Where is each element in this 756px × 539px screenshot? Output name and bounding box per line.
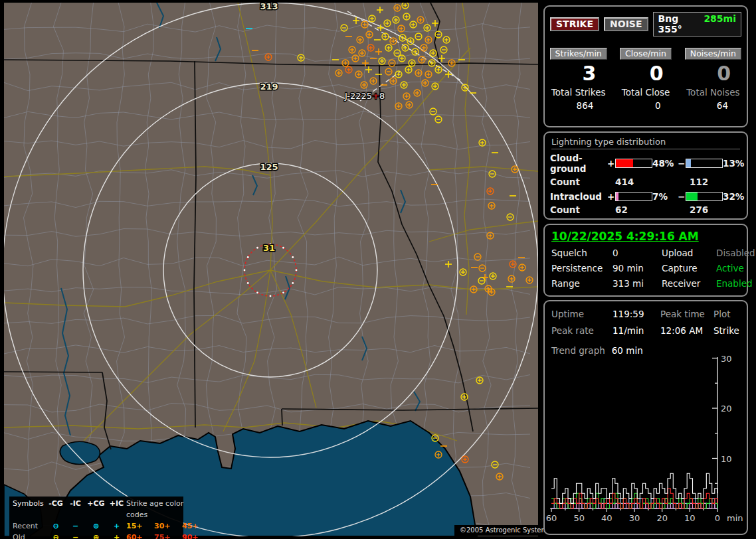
legend-recent-label: Recent	[13, 520, 46, 532]
cg-minus-percent: 13%	[723, 158, 743, 169]
system-status-box: 10/22/2025 4:29:16 AM Squelch 0 Upload D…	[543, 224, 748, 297]
strikes-per-min-header: Strikes/min	[550, 48, 607, 60]
plot-value: Strike	[713, 325, 740, 336]
old-neg-ic-icon: −	[66, 532, 85, 539]
bearing-range-value: 285mi	[704, 13, 736, 35]
svg-text:10: 10	[684, 513, 696, 523]
trend-box: Uptime 119:59 Peak time Plot Peak rate 1…	[543, 300, 748, 535]
svg-text:min: min	[727, 513, 743, 523]
age-60: 60+	[126, 532, 154, 539]
minus-sign: −	[678, 191, 686, 202]
ic-minus-percent: 32%	[723, 191, 743, 202]
svg-text:60: 60	[546, 513, 557, 523]
trend-chart: 1020300102030405060min	[546, 356, 745, 523]
capture-status: Active	[716, 263, 755, 273]
svg-text:0: 0	[715, 513, 720, 523]
upload-label: Upload	[662, 248, 716, 258]
svg-text:20: 20	[721, 404, 732, 414]
age-15: 15+	[126, 520, 154, 532]
peak-time-value: 12:06 AM	[660, 325, 713, 336]
minus-sign: −	[678, 158, 686, 169]
status-panel: STRIKE NOISE Bng 355° 285mi Strikes/min …	[543, 0, 751, 539]
map-legend: Symbols -CG -IC +CG +IC Strike age color…	[9, 497, 183, 539]
uptime-label: Uptime	[551, 309, 613, 319]
close-per-min-header: Close/min	[620, 48, 672, 60]
close-per-min-value: 0	[612, 62, 679, 86]
legend-col-neg-cg: -CG	[46, 498, 66, 520]
bearing-readout: Bng 355° 285mi	[653, 12, 741, 37]
copyright-text: ©2005 Astrogenic Systems	[454, 525, 556, 536]
age-45: 45+	[182, 520, 207, 532]
trend-graph-label: Trend graph	[551, 345, 605, 356]
distribution-title: Lightning type distribution	[551, 137, 740, 149]
svg-text:30: 30	[629, 513, 640, 523]
total-close-value: 0	[612, 100, 679, 111]
svg-text:20: 20	[656, 513, 668, 523]
bearing-value: Bng 355°	[658, 13, 698, 35]
lightning-distribution-box: Lightning type distribution Cloud-ground…	[543, 131, 748, 220]
age-75: 75+	[154, 532, 182, 539]
cg-plus-bar	[615, 159, 652, 168]
cloud-ground-label: Cloud-ground	[550, 153, 607, 174]
peak-rate-value: 11/min	[613, 325, 660, 336]
strikes-per-min-value: 3	[545, 62, 612, 86]
legend-col-pos-cg: +CG	[85, 498, 107, 520]
range-label: Range	[551, 278, 613, 289]
svg-text:30: 30	[721, 356, 732, 364]
old-pos-ic-icon: +	[107, 532, 126, 539]
cg-plus-percent: 48%	[652, 158, 678, 169]
cg-minus-bar	[686, 159, 723, 168]
recent-pos-ic-icon: +	[107, 520, 126, 532]
intracloud-label: Intracloud	[550, 191, 607, 202]
noise-mode-button[interactable]: NOISE	[604, 17, 648, 31]
svg-text:31: 31	[263, 243, 275, 253]
plus-sign: +	[607, 158, 615, 169]
noises-per-min-header: Noises/min	[685, 48, 741, 60]
count-label: Count	[550, 177, 607, 187]
peak-time-label: Peak time	[660, 309, 713, 319]
ic-minus-bar	[686, 192, 723, 201]
recent-neg-cg-icon: ⊖	[46, 520, 66, 532]
total-strikes-value: 864	[545, 100, 612, 111]
svg-text:J-2225+8: J-2225+8	[344, 91, 385, 101]
legend-col-pos-ic: +IC	[107, 498, 126, 520]
range-value: 313 mi	[613, 278, 662, 289]
old-pos-cg-icon: ⊕	[85, 532, 107, 539]
lightning-map[interactable]: 31125219313J-2225+8 Symbols -CG -IC +CG …	[4, 3, 538, 536]
persistence-label: Persistence	[551, 263, 613, 273]
plus-sign: +	[607, 191, 615, 202]
svg-text:50: 50	[573, 513, 585, 523]
legend-symbols-header: Symbols	[13, 498, 46, 520]
svg-text:219: 219	[260, 82, 278, 92]
receiver-label: Receiver	[662, 278, 716, 289]
count-label: Count	[550, 204, 607, 215]
noises-per-min-value: 0	[680, 62, 747, 86]
total-noises-value: 64	[680, 100, 747, 111]
ic-plus-count: 62	[607, 204, 682, 215]
trend-graph-window: 60 min	[612, 345, 643, 356]
old-neg-cg-icon: ⊖	[46, 532, 66, 539]
strike-mode-button[interactable]: STRIKE	[550, 17, 599, 31]
strike-stats-box: STRIKE NOISE Bng 355° 285mi Strikes/min …	[543, 5, 748, 127]
cg-plus-count: 414	[607, 177, 682, 187]
age-30: 30+	[154, 520, 182, 532]
legend-col-neg-ic: -IC	[66, 498, 85, 520]
legend-age-title: Strike age color codes	[126, 498, 207, 520]
capture-label: Capture	[662, 263, 716, 273]
map-canvas[interactable]: 31125219313J-2225+8	[4, 3, 538, 536]
recent-pos-cg-icon: ⊕	[85, 520, 107, 532]
cg-minus-count: 112	[682, 177, 741, 187]
ic-minus-count: 276	[682, 204, 741, 215]
svg-text:313: 313	[260, 3, 278, 11]
age-90: 90+	[182, 532, 207, 539]
plot-label: Plot	[713, 309, 740, 319]
squelch-value: 0	[613, 248, 662, 258]
datetime-display: 10/22/2025 4:29:16 AM	[551, 230, 740, 243]
persistence-value: 90 min	[613, 263, 662, 273]
svg-text:10: 10	[721, 454, 732, 464]
ic-plus-bar	[615, 192, 652, 201]
total-close-label: Total Close	[612, 87, 679, 98]
legend-old-label: Old	[13, 532, 46, 539]
upload-status: Disabled	[716, 248, 755, 258]
svg-text:40: 40	[601, 513, 613, 523]
